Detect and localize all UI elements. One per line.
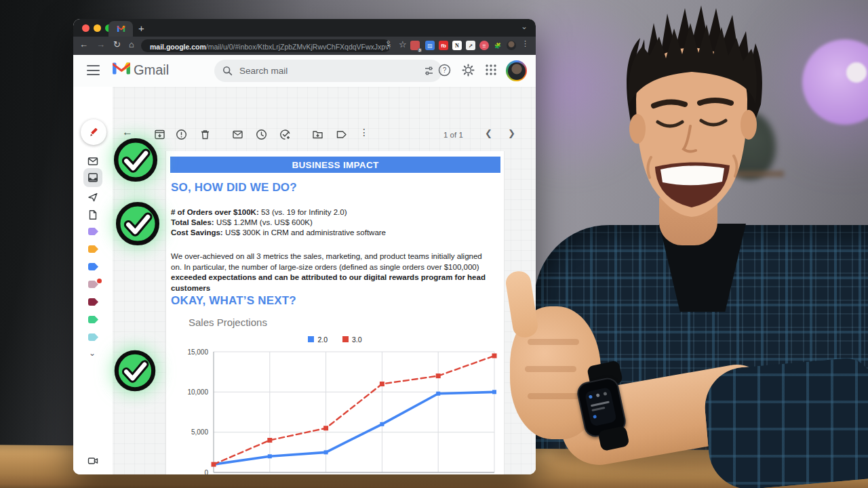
metric-orders: # of Orders over $100K: 53 (vs. 19 for I…	[171, 208, 347, 216]
checkmark-sticker-1	[111, 136, 160, 184]
checkmark-sticker-3	[112, 348, 158, 394]
google-apps-grid-icon[interactable]	[485, 64, 497, 76]
svg-text:0: 0	[204, 469, 208, 475]
presenter-ear-left	[629, 114, 646, 144]
checkmark-sticker-2	[113, 199, 162, 248]
gmail-header: Gmail Search mail ?	[73, 55, 536, 87]
legend-swatch	[308, 336, 314, 342]
email-paragraph: We over-achieved on all 3 metrics the sa…	[171, 251, 492, 293]
label-icon[interactable]	[336, 129, 347, 140]
presenter-sleeve	[702, 356, 868, 488]
sidebar-tray-icon[interactable]	[87, 172, 98, 183]
browser-toolbar: ← → ↻ ⌂ mail.google.com/mail/u/0/#inbox/…	[73, 37, 536, 55]
email-heading-2: OKAY, WHAT’S NEXT?	[171, 294, 296, 308]
browser-menu-icon[interactable]: ⋮	[521, 39, 529, 48]
mark-unread-icon[interactable]	[232, 129, 243, 140]
svg-text:5,000: 5,000	[191, 428, 208, 436]
metric-sales: Total Sales: US$ 1.2MM (vs. US$ 600K)	[171, 218, 313, 226]
more-options-icon[interactable]: ⋮	[359, 127, 371, 138]
gmail-logo	[112, 61, 131, 76]
presenter-ear-right	[741, 110, 757, 140]
compose-pencil-icon	[88, 127, 100, 138]
extension-icon-fb[interactable]: fb	[439, 41, 448, 50]
search-icon	[222, 66, 233, 76]
svg-text:?: ?	[443, 66, 447, 74]
share-icon[interactable]: ⇪	[385, 39, 391, 48]
svg-text:10,000: 10,000	[187, 388, 208, 396]
main-menu-icon[interactable]	[87, 65, 100, 75]
compose-button[interactable]	[81, 119, 106, 145]
gmail-sidebar: ⌄	[73, 87, 113, 474]
reload-icon[interactable]: ↻	[113, 39, 121, 49]
legend-item: 2.0	[308, 336, 328, 344]
extensions-puzzle-icon[interactable]: 🧩	[493, 41, 502, 50]
close-window-button[interactable]	[82, 24, 90, 32]
report-spam-icon[interactable]	[176, 129, 187, 140]
wall-light-dot	[846, 62, 867, 83]
extension-icon-3[interactable]: ☰	[479, 41, 489, 50]
video-frame: + ⌄ ← → ↻ ⌂ mail.google.com/mail/u/0/#in…	[0, 0, 868, 488]
chart-legend: 2.03.0	[166, 336, 504, 344]
extension-icon-arrow[interactable]: ➚	[466, 41, 475, 50]
search-placeholder: Search mail	[239, 66, 417, 76]
email-banner: BUSINESS IMPACT	[170, 157, 500, 173]
finger-crease	[528, 339, 579, 345]
chart-title: Sales Projections	[189, 317, 267, 328]
email-body-card: BUSINESS IMPACT SO, HOW DID WE DO? # of …	[165, 151, 505, 474]
sidebar-drafts-icon[interactable]	[87, 209, 98, 220]
minimize-window-button[interactable]	[94, 24, 101, 32]
search-options-tune-icon[interactable]	[424, 66, 434, 76]
meet-camera-icon[interactable]	[87, 455, 98, 466]
metric-savings: Cost Savings: US$ 300K in CRM and admini…	[171, 228, 386, 237]
home-icon[interactable]: ⌂	[129, 39, 134, 49]
search-input[interactable]: Search mail	[214, 60, 442, 82]
delete-trash-icon[interactable]	[199, 129, 211, 140]
newer-email-chevron-icon[interactable]: ❮	[485, 128, 492, 138]
tab-list-chevron-icon[interactable]: ⌄	[521, 22, 528, 31]
extension-icon-1[interactable]: 3	[410, 41, 420, 50]
settings-gear-icon[interactable]	[462, 64, 475, 77]
label-notification-dot	[97, 279, 102, 283]
legend-item: 3.0	[342, 336, 362, 344]
label-teal[interactable]	[88, 333, 98, 341]
label-maroon[interactable]	[88, 298, 98, 306]
address-bar[interactable]: mail.google.com/mail/u/0/#inbox/KtbxLrjZ…	[141, 39, 391, 52]
older-email-chevron-icon[interactable]: ❯	[508, 128, 515, 138]
browser-profile-avatar[interactable]	[507, 41, 516, 50]
sales-projections-chart: 05,00010,00015,0002020202120222023202420…	[182, 345, 501, 474]
extension-icon-notion[interactable]: N	[452, 41, 462, 50]
help-icon[interactable]: ?	[438, 64, 451, 77]
smartwatch-screen	[585, 387, 617, 427]
url-domain: mail.google.com	[150, 43, 206, 51]
legend-swatch	[342, 336, 349, 342]
browser-tab-bar: + ⌄	[73, 19, 536, 37]
presenter-head	[609, 0, 774, 235]
pagination-label: 1 of 1	[443, 131, 463, 139]
add-to-tasks-icon[interactable]	[279, 129, 291, 140]
gmail-app: Gmail Search mail ?	[73, 55, 536, 474]
sidebar-more-chevron-icon[interactable]: ⌄	[89, 348, 96, 358]
sidebar-sent-icon[interactable]	[87, 192, 98, 203]
url-path: /mail/u/0/#inbox/KtbxLrjZpbZMvKjRwvChFXq…	[206, 43, 391, 51]
extension-badge: 3	[418, 48, 422, 52]
gmail-favicon	[117, 25, 125, 33]
account-avatar[interactable]	[506, 60, 527, 81]
gmail-wordmark: Gmail	[134, 62, 169, 78]
move-to-folder-icon[interactable]	[312, 129, 323, 140]
label-orange[interactable]	[88, 245, 98, 253]
tab-gmail[interactable]	[108, 21, 133, 37]
bookmark-star-icon[interactable]: ☆	[399, 39, 407, 49]
finger-crease	[525, 366, 576, 372]
forward-icon[interactable]: →	[96, 39, 105, 49]
presenter-brow-right	[700, 100, 731, 103]
finger-crease	[528, 393, 579, 399]
new-tab-button[interactable]: +	[138, 21, 144, 35]
sidebar-inbox-icon[interactable]	[87, 156, 98, 167]
presenter-teeth	[660, 165, 724, 185]
label-purple[interactable]	[88, 228, 98, 235]
label-blue[interactable]	[88, 263, 98, 270]
label-green[interactable]	[88, 316, 98, 323]
extension-icon-2[interactable]: ▨	[425, 41, 435, 50]
back-icon[interactable]: ←	[79, 39, 88, 49]
snooze-clock-icon[interactable]	[256, 129, 267, 140]
